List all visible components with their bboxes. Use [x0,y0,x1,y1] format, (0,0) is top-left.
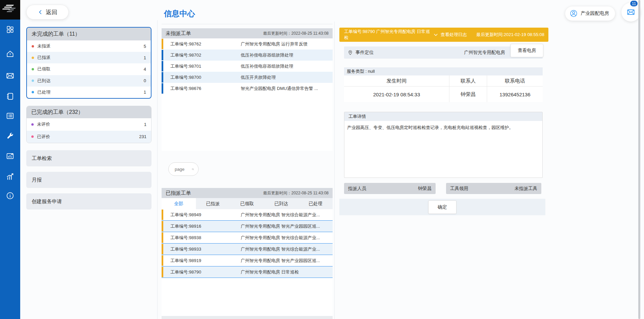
page-title: 信息中心 [164,8,195,19]
page-search[interactable] [168,162,199,176]
tools-bar[interactable]: 工具领用 未指派工具 [446,183,541,194]
trend-chart-icon[interactable] [0,172,20,181]
location-pin-icon [347,50,353,56]
tab-claimed[interactable]: 已领取 [230,198,264,209]
search-input[interactable] [174,166,190,172]
row-accent-bar [162,72,163,83]
left-divider [157,20,158,319]
work-order-row[interactable]: 工单编号:98702 低压补偿电容器组故障处理 [162,50,333,61]
tab-all[interactable]: 全部 [162,198,196,209]
work-order-id: 工单编号:98700 [170,74,201,81]
notebook-icon[interactable] [0,92,20,101]
work-order-desc: 智光产业园配电房 DMU通信异常告警 ... [241,86,330,92]
mail-icon [626,8,635,17]
work-order-id: 工单编号:98919 [170,258,201,264]
home-energy-icon[interactable] [0,49,20,59]
tools-label: 工具领用 [450,186,468,192]
detail-footer: 确定 [339,199,545,215]
work-order-row[interactable]: 工单编号:98700 低压开关故障处理 [162,72,333,83]
work-order-id: 工单编号:98938 [170,235,201,241]
stat-count: 1 [144,122,146,127]
stat-count: 231 [139,134,146,139]
work-order-row[interactable]: 工单编号:98949 广州智光专用配电房 智光综合能源产业... [162,209,333,221]
info-icon[interactable] [0,191,20,200]
stat-row-processed[interactable]: 已处理 1 [27,87,151,98]
report-chart-icon[interactable] [0,151,20,161]
user-icon [570,9,578,18]
brand-logo-icon [2,3,18,17]
finished-orders-card[interactable]: 已完成的工单（232） 未评价 1 已评价 231 [26,106,151,143]
page-scrollbar[interactable] [638,0,640,319]
assignee-label: 指派人员 [348,186,366,192]
search-icon[interactable] [192,166,194,172]
shortcut-order-search[interactable]: 工单检索 [26,150,151,166]
center-divider [334,22,335,319]
contact-value: 钟荣昌 [449,87,487,102]
tab-processed[interactable]: 已处理 [298,198,333,209]
table-row: 2021-02-19 08:54:33 钟荣昌 13926452136 [344,87,543,102]
wrench-icon[interactable] [0,131,20,140]
event-location-value: 广州智光专用配电房 [464,50,505,56]
unfinished-orders-title: 未完成的工单（11） [27,28,151,40]
stat-row-rated[interactable]: 已评价 231 [27,131,151,143]
stat-count: 5 [144,44,146,49]
shortcut-monthly-report[interactable]: 月报 [26,172,151,188]
tab-assigned[interactable]: 已指派 [196,198,230,209]
stat-row-unrated[interactable]: 未评价 1 [27,118,151,131]
assignee-bar[interactable]: 指派人员 钟荣昌 [344,183,436,194]
view-room-button[interactable]: 查看电房 [510,44,543,57]
confirm-button[interactable]: 确定 [428,200,456,214]
assigned-updated-time: 最后更新时间：2022-08-25 11:43:08 [263,190,329,196]
work-order-desc: 广州智光专用配电房 日常巡检 [241,269,330,275]
stat-count: 4 [144,67,146,72]
status-dot [31,135,34,138]
row-accent-bar [162,210,163,220]
work-order-id: 工单编号:98762 [170,41,201,47]
chevron-down-icon [433,32,438,37]
row-accent-bar [162,50,163,60]
work-order-row[interactable]: 工单编号:98933 广州智光专用配电房 智光综合能源产业... [162,244,333,255]
row-accent-bar [162,232,163,243]
work-order-row[interactable]: 工单编号:98676 智光产业园配电房 DMU通信异常告警 ... [162,83,333,94]
stat-row-claimed[interactable]: 已领取 4 [27,63,151,75]
work-order-row[interactable]: 工单编号:98762 广州智光专用配电房 运行异常反馈 [162,38,333,50]
work-order-desc: 低压补偿电容器组故障处理 [241,52,330,58]
unfinished-orders-card[interactable]: 未完成的工单（11） 未指派 5 已指派 1 已领取 4 已到达 0 已处理 1 [26,27,151,99]
tab-arrived[interactable]: 已到达 [264,198,299,209]
order-detail-text: 产业园高压、专变、低压电房定时巡检检查记录，充电桩充电站巡视检查，园区维护。 [344,121,542,134]
work-order-desc: 广州智光专用配电房 智光产业园园区巡... [241,223,330,229]
user-account-button[interactable]: 产业园配电房 [565,6,615,21]
back-button[interactable]: 返回 [26,5,69,20]
work-order-row[interactable]: 工单编号:98919 广州智光专用配电房 智光产业园园区巡... [162,255,333,266]
order-detail-box: 工单详情 产业园高压、专变、低压电房定时巡检检查记录，充电桩充电站巡视检查，园区… [344,112,543,178]
col-contact-phone: 联系电话 [487,75,543,87]
stat-label: 已领取 [37,66,50,72]
service-type-label: 服务类型 : null [344,67,543,75]
stat-row-arrived[interactable]: 已到达 0 [27,75,151,87]
work-order-row[interactable]: 工单编号:98916 广州智光专用配电房 智光产业园园区巡... [162,221,333,232]
stat-label: 已指派 [37,55,50,61]
assigned-panel-header: 已指派工单 最后更新时间：2022-08-25 11:43:08 [162,188,333,198]
stat-count: 0 [144,78,146,83]
mail-nav-icon[interactable] [0,71,20,81]
stat-row-assigned[interactable]: 已指派 1 [27,52,151,63]
stat-row-unassigned[interactable]: 未指派 5 [27,40,151,52]
unassigned-panel-title: 未指派工单 [166,30,191,37]
list-icon[interactable] [0,111,20,121]
stat-label: 未指派 [37,43,50,49]
finished-orders-title: 已完成的工单（232） [27,106,151,118]
user-label: 产业园配电房 [581,10,609,17]
shortcut-create-service-request[interactable]: 创建服务申请 [26,193,151,210]
work-order-row[interactable]: 工单编号:98938 广州智光专用配电房 智光综合能源产业... [162,232,333,244]
occur-time-value: 2021-02-19 08:54:33 [344,87,449,102]
work-order-row[interactable]: 工单编号:98701 低压补偿电容器组故障处理 [162,61,333,72]
event-location-label: 事件定位 [355,50,374,56]
horizontal-scrollbar[interactable] [162,316,333,319]
view-log-button[interactable]: 查看处理日志 [433,32,467,38]
title-divider [162,24,333,24]
work-order-row-selected[interactable]: 工单编号:98790 广州智光专用配电房 日常巡检 [162,266,333,278]
work-order-desc: 低压补偿电容器组故障处理 [241,63,330,69]
back-label: 返回 [46,8,57,16]
work-order-id: 工单编号:98933 [170,246,201,252]
apps-icon[interactable] [0,25,20,34]
